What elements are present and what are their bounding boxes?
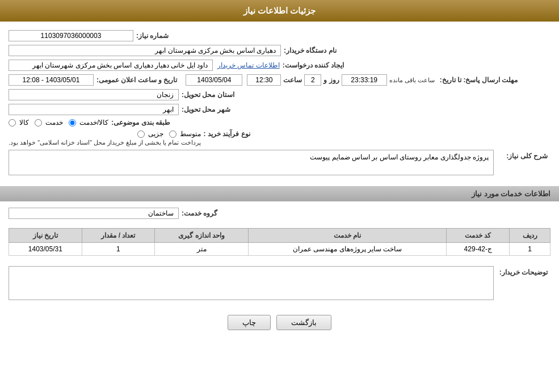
radio-kala-khadamat-input[interactable] xyxy=(69,119,76,127)
date-value: 1403/05/04 xyxy=(186,74,242,86)
shahr-label: شهر محل تحویل: xyxy=(182,106,230,113)
page-title: جزئیات اطلاعات نیاز xyxy=(0,0,559,22)
buttons-row: بازگشت چاپ xyxy=(0,306,559,339)
col-nam: نام خدمت xyxy=(248,229,446,243)
radio-kala-khadamat-label: کالا/خدمت xyxy=(79,119,108,127)
nam-dastgah-value: دهیاری اساس بخش مرکزی شهرستان ابهر xyxy=(9,45,281,56)
radio-khadamat[interactable]: خدمت xyxy=(35,119,63,127)
ijad-konande-label: ایجاد کننده درخواست: xyxy=(283,61,344,69)
mohlat-label: مهلت ارسال پاسخ: تا تاریخ: xyxy=(440,76,518,84)
table-row: 1ج-42-429ساخت سایر پروژه‌های مهندسی عمرا… xyxy=(9,243,550,256)
shmare-niaz-value: 1103097036000003 xyxy=(9,30,133,41)
shmare-niaz-label: شماره نیاز: xyxy=(136,32,169,40)
radio-jozi[interactable]: جزیی xyxy=(137,130,163,138)
rooz-label: روز و xyxy=(323,76,339,84)
saat-value: 12:30 xyxy=(247,74,281,86)
radio-khadamat-label: خدمت xyxy=(45,119,63,127)
gorooh-khadamat-label: گروه خدمت: xyxy=(182,209,217,217)
sharh-niaz-value: پروژه جدولگذاری معابر روستای اساس بر اسا… xyxy=(9,150,494,175)
print-button[interactable]: چاپ xyxy=(228,315,271,330)
col-kod: کد خدمت xyxy=(447,229,510,243)
radio-kala-label: کالا xyxy=(19,119,29,127)
radio-jozi-label: جزیی xyxy=(148,130,163,138)
radio-motosat-label: متوسط xyxy=(180,130,201,138)
col-radif: ردیف xyxy=(510,229,550,243)
farayand-radio-group: متوسط جزیی xyxy=(137,130,201,138)
services-table: ردیف کد خدمت نام خدمت واحد اندازه گیری ت… xyxy=(9,228,550,256)
col-tarikh: تاریخ نیاز xyxy=(9,229,82,243)
rooz-value: 2 xyxy=(304,74,321,86)
radio-jozi-input[interactable] xyxy=(137,130,145,138)
remaining-label: ساعت باقی مانده xyxy=(389,77,435,84)
nooe-farayand-label: نوع فرآیند خرید : xyxy=(204,130,250,138)
tabaqe-radio-group: کالا/خدمت خدمت کالا xyxy=(9,119,108,127)
radio-khadamat-input[interactable] xyxy=(35,119,42,127)
ostan-value: زنجان xyxy=(9,89,179,100)
radio-kala[interactable]: کالا xyxy=(9,119,29,127)
contact-link[interactable]: اطلاعات تماس خریدار xyxy=(217,61,280,69)
tozihat-label: توضیحات خریدار: xyxy=(497,266,548,276)
tabaqe-label: طبقه بندی موضوعی: xyxy=(111,119,170,127)
tozihat-value xyxy=(9,266,494,300)
ijad-konande-value: داود ایل خانی دهیار دهیاری اساس بخش مرکز… xyxy=(9,60,213,71)
tarikh-sabt-value: 1403/05/01 - 12:08 xyxy=(9,74,94,86)
radio-motosat[interactable]: متوسط xyxy=(169,130,201,138)
sharh-niaz-label: شرح کلی نیاز: xyxy=(497,150,548,160)
col-tedad: تعداد / مقدار xyxy=(82,229,155,243)
back-button[interactable]: بازگشت xyxy=(276,315,331,330)
farayand-note: پرداخت تمام یا بخشی از مبلغ خریداز محل "… xyxy=(9,139,201,146)
col-vahed: واحد اندازه گیری xyxy=(155,229,249,243)
radio-motosat-input[interactable] xyxy=(169,130,176,138)
countdown-value: 23:33:19 xyxy=(342,74,387,86)
saat-label: ساعت xyxy=(283,76,302,84)
section-khadamat-header: اطلاعات خدمات مورد نیاز xyxy=(0,186,559,201)
radio-kala-input[interactable] xyxy=(9,119,16,127)
ostan-label: استان محل تحویل: xyxy=(182,91,234,99)
nam-dastgah-label: نام دستگاه خریدار: xyxy=(284,47,337,54)
gorooh-khadamat-value: ساختمان xyxy=(9,208,179,219)
tarikh-sabt-label: تاریخ و ساعت اعلان عمومی: xyxy=(96,76,177,84)
shahr-value: ابهر xyxy=(9,104,179,115)
radio-kala-khadamat[interactable]: کالا/خدمت xyxy=(69,119,108,127)
